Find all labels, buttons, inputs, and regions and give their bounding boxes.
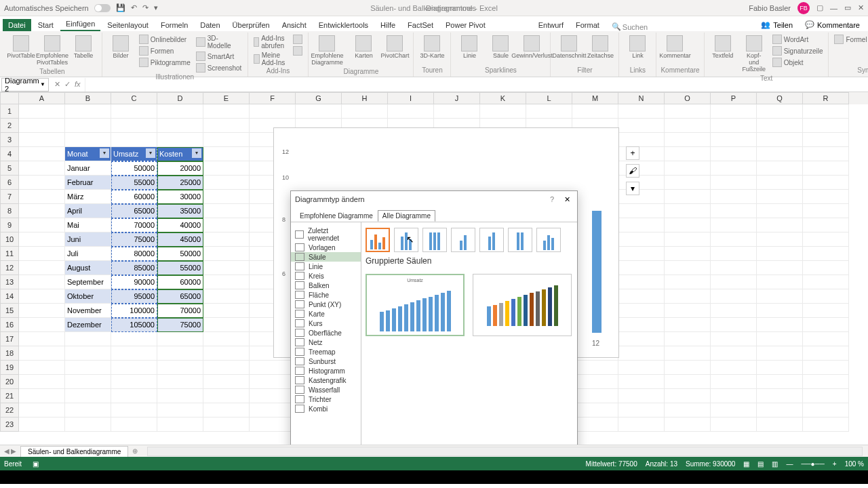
view-layout-icon[interactable]: ▤ [757, 460, 764, 468]
cell[interactable] [19, 418, 65, 432]
cell[interactable] [19, 289, 65, 304]
cell[interactable] [803, 204, 849, 218]
cell[interactable] [803, 104, 849, 119]
cell[interactable] [757, 361, 803, 375]
tab-ueberpruefen[interactable]: Überprüfen [227, 19, 275, 31]
dialog-tab-recommended[interactable]: Empfohlene Diagramme [295, 210, 378, 222]
cell[interactable] [19, 247, 65, 261]
autosave-toggle[interactable] [94, 4, 111, 12]
row-header[interactable]: 23 [0, 418, 19, 432]
cell[interactable] [618, 361, 665, 375]
cell[interactable] [665, 190, 711, 204]
cell[interactable] [803, 190, 849, 204]
zoom-slider[interactable]: ──●── [801, 460, 824, 468]
chart-type-item[interactable]: Karte [291, 309, 361, 319]
table-button[interactable]: Tabelle [69, 34, 98, 61]
cell[interactable] [757, 204, 803, 218]
cell[interactable] [757, 418, 803, 432]
cell[interactable] [157, 389, 203, 403]
cell[interactable] [19, 346, 65, 361]
screenshot-button[interactable]: Screenshot [195, 62, 243, 73]
chart-type-item[interactable]: Kurs [291, 319, 361, 328]
cell[interactable] [757, 232, 803, 247]
bing-maps-button[interactable] [292, 34, 304, 45]
column-header[interactable]: P [711, 92, 757, 104]
cell[interactable]: 70000 [157, 304, 203, 318]
column-header[interactable]: M [572, 92, 618, 104]
cell[interactable] [711, 332, 757, 346]
tab-daten[interactable]: Daten [195, 19, 225, 31]
cell[interactable] [711, 418, 757, 432]
cell[interactable] [250, 375, 296, 389]
cell[interactable]: Juni [65, 232, 111, 247]
chart-type-item[interactable]: Vorlagen [291, 243, 361, 252]
cell[interactable] [711, 218, 757, 232]
cell[interactable]: 40000 [157, 218, 203, 232]
sparkline-column-button[interactable]: Säule [486, 34, 515, 61]
cell[interactable] [757, 403, 803, 418]
row-header[interactable]: 22 [0, 403, 19, 418]
pivotchart-button[interactable]: PivotChart [380, 34, 409, 61]
cell[interactable] [203, 104, 250, 119]
cell[interactable] [803, 361, 849, 375]
row-header[interactable]: 16 [0, 318, 19, 332]
cell[interactable] [757, 176, 803, 190]
cell[interactable] [757, 346, 803, 361]
cell[interactable] [250, 361, 296, 375]
formula-input[interactable] [85, 78, 868, 92]
cell[interactable] [250, 104, 296, 119]
cell[interactable] [203, 119, 250, 133]
cell[interactable] [19, 232, 65, 247]
cell[interactable] [572, 104, 618, 119]
row-header[interactable]: 14 [0, 289, 19, 304]
timeline-button[interactable]: Zeitachse [586, 34, 614, 61]
row-header[interactable]: 13 [0, 275, 19, 289]
chart-type-item[interactable]: Zuletzt verwendet [291, 226, 361, 243]
cell[interactable] [711, 318, 757, 332]
cell[interactable]: 80000 [111, 247, 157, 261]
cell[interactable] [665, 304, 711, 318]
cell[interactable] [203, 176, 250, 190]
cell[interactable] [65, 375, 111, 389]
cell[interactable] [65, 418, 111, 432]
cell[interactable] [19, 147, 65, 161]
cell[interactable] [618, 375, 665, 389]
cell[interactable] [711, 133, 757, 147]
tab-file[interactable]: Datei [3, 19, 31, 31]
cell[interactable] [19, 304, 65, 318]
cell[interactable] [803, 318, 849, 332]
cell[interactable] [803, 389, 849, 403]
cell[interactable] [203, 389, 250, 403]
cell[interactable] [19, 104, 65, 119]
cell[interactable] [711, 176, 757, 190]
3d-models-button[interactable]: 3D-Modelle [195, 34, 243, 50]
row-header[interactable]: 5 [0, 161, 19, 176]
chart-preview-1[interactable]: Umsatz [366, 274, 465, 336]
ribbon-display-icon[interactable]: ▢ [816, 3, 823, 12]
cell[interactable] [572, 375, 618, 389]
equation-button[interactable]: Formel [833, 34, 868, 45]
column-header[interactable]: A [19, 92, 65, 104]
cell[interactable] [111, 119, 157, 133]
cell[interactable] [618, 204, 665, 218]
cell[interactable] [19, 261, 65, 275]
cell[interactable] [711, 147, 757, 161]
cell[interactable] [157, 418, 203, 432]
row-header[interactable]: 18 [0, 346, 19, 361]
cell[interactable] [757, 104, 803, 119]
tab-seitenlayout[interactable]: Seitenlayout [102, 19, 154, 31]
cell[interactable] [157, 119, 203, 133]
cell[interactable] [157, 375, 203, 389]
tab-entwurf[interactable]: Entwurf [533, 19, 569, 31]
cell[interactable] [111, 375, 157, 389]
cell[interactable]: 45000 [157, 232, 203, 247]
textbox-button[interactable]: Textfeld [709, 34, 737, 61]
cell[interactable] [757, 261, 803, 275]
shapes-button[interactable]: Formen [138, 45, 192, 56]
row-header[interactable]: 1 [0, 104, 19, 119]
cell[interactable] [111, 133, 157, 147]
chart-type-item[interactable]: Punkt (XY) [291, 300, 361, 309]
tab-entwicklertools[interactable]: Entwicklertools [313, 19, 374, 31]
chart-type-item[interactable]: Oberfläche [291, 328, 361, 338]
cell[interactable] [19, 332, 65, 346]
